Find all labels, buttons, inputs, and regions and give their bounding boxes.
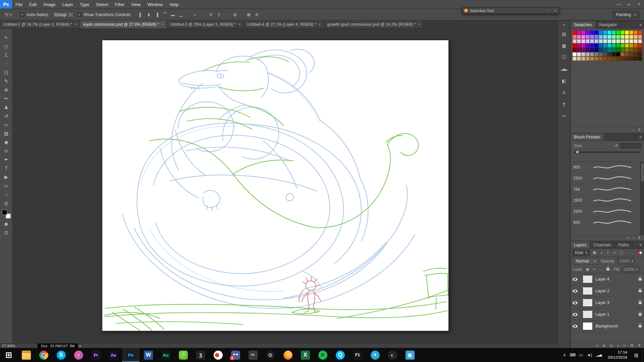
color-swatch[interactable] — [638, 48, 642, 52]
color-swatch[interactable] — [586, 57, 590, 61]
show-desktop-strip[interactable] — [642, 348, 644, 362]
restore-button[interactable]: ▭ — [624, 0, 634, 9]
keyboard-icon[interactable]: ⌨ — [570, 353, 575, 357]
color-swatch[interactable] — [577, 31, 581, 35]
color-swatch[interactable] — [616, 39, 620, 43]
color-swatch[interactable] — [629, 52, 633, 56]
color-swatch[interactable] — [634, 57, 638, 61]
pen-tool[interactable]: ✒ — [0, 155, 12, 164]
color-swatch[interactable] — [629, 57, 633, 61]
close-button[interactable]: × — [634, 0, 644, 9]
color-swatch[interactable] — [603, 52, 607, 56]
lock-paint-icon[interactable]: ✏ — [592, 266, 598, 273]
taskbar-clock[interactable]: 17:14 03/12/2018 — [604, 350, 631, 360]
lock-all-icon[interactable] — [606, 268, 609, 270]
properties-panel-icon[interactable]: ◧ — [560, 77, 569, 84]
path-selection-tool[interactable]: ▶ — [0, 173, 12, 181]
color-swatch[interactable] — [607, 44, 611, 48]
distribute-top-icon[interactable]: ≡ — [191, 11, 199, 18]
eyedropper-tool[interactable]: ✎ — [0, 77, 12, 85]
distribute-left-icon[interactable]: ∥ — [215, 11, 223, 18]
color-swatch[interactable] — [638, 39, 642, 43]
color-swatch[interactable] — [586, 39, 590, 43]
color-swatch[interactable] — [638, 31, 642, 35]
color-swatch[interactable] — [599, 52, 603, 56]
color-swatch[interactable] — [586, 48, 590, 52]
brush-preview-icon[interactable]: ≈ — [627, 236, 629, 240]
zoom-tool[interactable]: ◎ — [0, 199, 12, 207]
color-swatch[interactable] — [599, 35, 603, 39]
info-panel-icon[interactable]: ⓘ — [560, 54, 569, 61]
document-tab[interactable]: Untitled-4 @ 27.2% (Layer 4, RGB/8) * × — [244, 20, 324, 28]
color-swatch[interactable] — [594, 35, 598, 39]
color-swatch[interactable] — [612, 48, 616, 52]
clone-stamp-tool[interactable]: ♟ — [0, 103, 12, 112]
color-swatch[interactable] — [634, 48, 638, 52]
history-brush-tool[interactable]: ↺ — [0, 112, 12, 120]
color-swatch[interactable] — [634, 44, 638, 48]
distribute-bottom-icon[interactable]: ≣ — [207, 11, 215, 18]
color-swatch[interactable] — [590, 44, 594, 48]
color-panel-icon[interactable]: ▤ — [560, 31, 569, 37]
color-swatch[interactable] — [634, 31, 638, 35]
color-swatch[interactable] — [577, 39, 581, 43]
color-swatch[interactable] — [590, 48, 594, 52]
Layer 4[interactable]: Layer 4 — [571, 274, 644, 285]
audition-icon[interactable]: Au — [157, 348, 174, 362]
document-tab[interactable]: Untitled-1 @ 16.7% (Layer 2, RGB/8) * × — [0, 20, 80, 28]
color-swatch[interactable] — [616, 44, 620, 48]
swatches-panel-icon[interactable]: ▦ — [560, 42, 569, 49]
align-top-icon[interactable]: ▔ — [161, 11, 169, 18]
file-explorer-icon[interactable] — [17, 348, 35, 362]
color-swatch[interactable] — [621, 31, 625, 35]
color-swatch[interactable] — [607, 57, 611, 61]
color-swatch[interactable] — [586, 31, 590, 35]
foreground-color-chip[interactable] — [2, 210, 7, 215]
color-swatch[interactable] — [612, 35, 616, 39]
distribute-vcenter-icon[interactable]: ⋮ — [199, 11, 207, 18]
color-swatch[interactable] — [612, 31, 616, 35]
float-restore-button[interactable]: ▫ — [546, 9, 551, 12]
paragraph-panel-icon[interactable]: ¶ — [560, 101, 569, 108]
color-swatch[interactable] — [638, 35, 642, 39]
color-swatch[interactable] — [629, 31, 633, 35]
blue-app-icon[interactable]: ▣ — [401, 348, 419, 362]
visibility-toggle[interactable] — [571, 309, 580, 320]
brush-preset[interactable]: 2500 — [571, 206, 640, 217]
color-swatch[interactable] — [629, 48, 633, 52]
display-icon[interactable]: ▭ — [579, 353, 583, 357]
color-swatch[interactable] — [594, 44, 598, 48]
volume-icon[interactable]: ◄) — [587, 353, 592, 357]
hidden-icons-chevron[interactable]: ∧ — [563, 353, 566, 357]
color-swatch[interactable] — [625, 57, 629, 61]
color-swatch[interactable] — [638, 44, 642, 48]
hand-tool[interactable]: ☝ — [0, 190, 12, 199]
brush-preset[interactable]: 2500 — [571, 173, 640, 184]
color-swatch[interactable] — [603, 57, 607, 61]
color-swatch[interactable] — [634, 35, 638, 39]
blur-tool[interactable]: ◉ — [0, 138, 12, 146]
show-transform-checkbox[interactable]: ✓ Show Transform Controls — [77, 12, 131, 17]
color-swatch[interactable] — [603, 44, 607, 48]
document-tab[interactable]: Untitled-3 @ 25% (Layer 3, RGB/8) * × — [167, 20, 244, 28]
filter-adjustment-icon[interactable]: ◑ — [598, 250, 604, 256]
lock-transparent-icon[interactable]: ▦ — [585, 266, 591, 273]
layer-group-icon[interactable]: ▱ — [623, 343, 626, 348]
Layer 3[interactable]: Layer 3 — [571, 297, 644, 309]
tab-navigator[interactable]: Navigator — [596, 21, 621, 28]
color-swatch[interactable] — [581, 39, 585, 43]
color-swatch[interactable] — [590, 52, 594, 56]
crop-tool[interactable]: ⌈⌋ — [0, 68, 12, 77]
color-swatch[interactable] — [612, 44, 616, 48]
menu-item[interactable]: Select — [93, 0, 111, 9]
color-swatch[interactable] — [594, 39, 598, 43]
menu-item[interactable]: Layer — [59, 0, 77, 9]
quick-mask-button[interactable]: ◙ — [0, 220, 12, 228]
color-swatch[interactable] — [603, 35, 607, 39]
color-swatch[interactable] — [573, 35, 577, 39]
spotify-icon[interactable]: ≈ — [314, 348, 331, 362]
visibility-toggle[interactable] — [571, 320, 580, 332]
tab-close-icon[interactable]: × — [318, 22, 321, 27]
workspace-switcher[interactable]: Painting ▾ — [612, 11, 639, 18]
color-swatch[interactable] — [616, 48, 620, 52]
